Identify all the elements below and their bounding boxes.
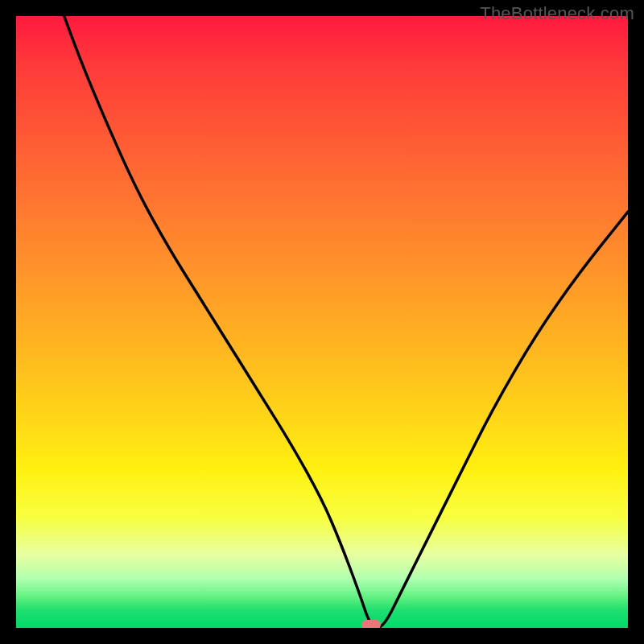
optimum-marker: [361, 620, 381, 628]
chart-frame: TheBottleneck.com: [0, 0, 644, 644]
plot-area: [16, 16, 628, 628]
curve-layer: [16, 16, 628, 628]
watermark-label: TheBottleneck.com: [480, 3, 634, 24]
bottleneck-curve: [16, 16, 628, 628]
